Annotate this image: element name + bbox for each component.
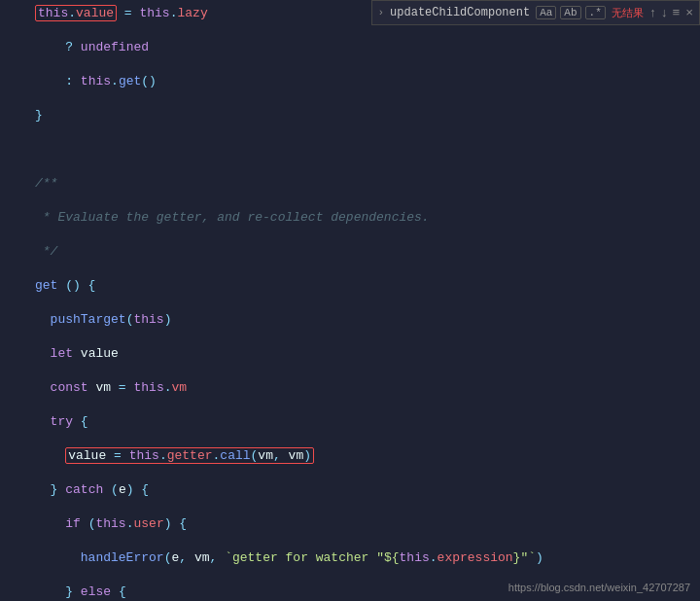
search-case-sensitive[interactable]: Aa xyxy=(536,6,556,19)
code-line-6: /** xyxy=(0,174,700,194)
search-menu-icon[interactable]: ≡ xyxy=(672,6,680,20)
code-line-4: } xyxy=(0,106,700,125)
code-line-15: } catch (e) { xyxy=(0,480,700,500)
code-line-7: * Evaluate the getter, and re-collect de… xyxy=(0,208,700,228)
code-line-17: handleError(e, vm, `getter for watcher "… xyxy=(0,548,700,568)
search-whole-word[interactable]: Ab xyxy=(560,6,580,19)
code-line-13: try { xyxy=(0,412,700,432)
code-line-10: pushTarget(this) xyxy=(0,310,700,330)
search-navigation: ↑ ↓ ≡ xyxy=(649,6,680,20)
watermark-url: https://blog.csdn.net/weixin_42707287 xyxy=(508,582,690,593)
search-regex[interactable]: .* xyxy=(585,6,606,19)
code-line-2: ? undefined xyxy=(0,38,700,57)
code-editor: this.value = this.lazy ? undefined : thi… xyxy=(0,0,700,601)
search-prev-icon[interactable]: ↑ xyxy=(649,6,657,20)
code-line-16: if (this.user) { xyxy=(0,514,700,534)
code-line-12: const vm = this.vm xyxy=(0,378,700,398)
search-next-icon[interactable]: ↓ xyxy=(661,6,669,20)
search-close-icon[interactable]: × xyxy=(685,6,693,20)
code-line-8: */ xyxy=(0,242,700,262)
code-line-3: : this.get() xyxy=(0,72,700,91)
search-no-result: 无结果 xyxy=(612,6,644,20)
search-expand-icon: › xyxy=(378,7,385,18)
code-line-14: value = this.getter.call(vm, vm) xyxy=(0,446,700,466)
search-term-text: updateChildComponent xyxy=(390,6,530,19)
code-line-5 xyxy=(0,140,700,159)
code-line-11: let value xyxy=(0,344,700,364)
search-options: Aa Ab .* xyxy=(536,6,606,19)
search-bar: › updateChildComponent Aa Ab .* 无结果 ↑ ↓ … xyxy=(371,0,701,25)
code-line-9: get () { xyxy=(0,276,700,296)
